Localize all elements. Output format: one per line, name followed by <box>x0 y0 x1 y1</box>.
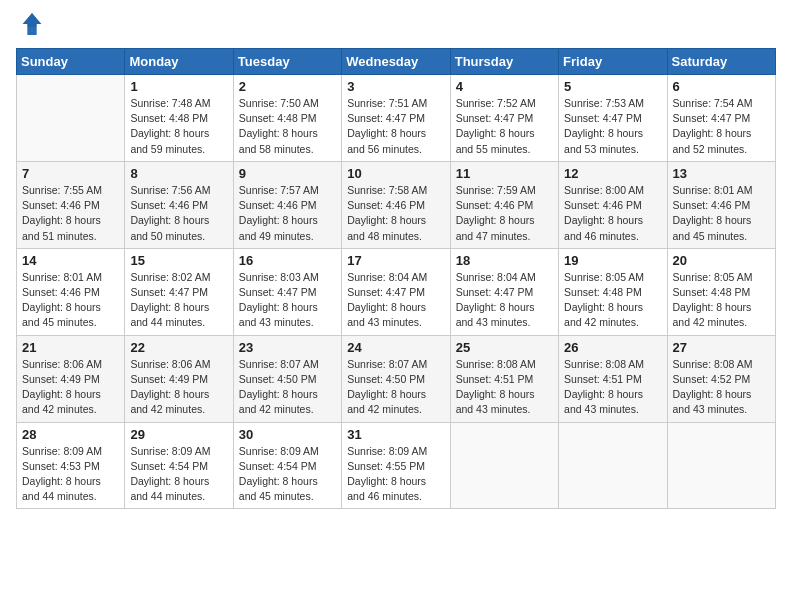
day-number: 21 <box>22 340 119 355</box>
day-info: Sunrise: 8:08 AMSunset: 4:51 PMDaylight:… <box>456 357 553 418</box>
day-cell: 7Sunrise: 7:55 AMSunset: 4:46 PMDaylight… <box>17 161 125 248</box>
day-cell: 18Sunrise: 8:04 AMSunset: 4:47 PMDayligh… <box>450 248 558 335</box>
day-cell: 6Sunrise: 7:54 AMSunset: 4:47 PMDaylight… <box>667 75 775 162</box>
day-cell: 24Sunrise: 8:07 AMSunset: 4:50 PMDayligh… <box>342 335 450 422</box>
week-row-5: 28Sunrise: 8:09 AMSunset: 4:53 PMDayligh… <box>17 422 776 509</box>
day-number: 9 <box>239 166 336 181</box>
day-cell: 17Sunrise: 8:04 AMSunset: 4:47 PMDayligh… <box>342 248 450 335</box>
weekday-header-tuesday: Tuesday <box>233 49 341 75</box>
week-row-2: 7Sunrise: 7:55 AMSunset: 4:46 PMDaylight… <box>17 161 776 248</box>
day-cell: 9Sunrise: 7:57 AMSunset: 4:46 PMDaylight… <box>233 161 341 248</box>
day-info: Sunrise: 8:03 AMSunset: 4:47 PMDaylight:… <box>239 270 336 331</box>
day-info: Sunrise: 7:50 AMSunset: 4:48 PMDaylight:… <box>239 96 336 157</box>
day-cell: 8Sunrise: 7:56 AMSunset: 4:46 PMDaylight… <box>125 161 233 248</box>
day-number: 2 <box>239 79 336 94</box>
day-number: 7 <box>22 166 119 181</box>
day-number: 12 <box>564 166 661 181</box>
header <box>16 10 776 42</box>
day-info: Sunrise: 7:58 AMSunset: 4:46 PMDaylight:… <box>347 183 444 244</box>
day-info: Sunrise: 8:04 AMSunset: 4:47 PMDaylight:… <box>456 270 553 331</box>
svg-marker-1 <box>23 13 42 27</box>
day-number: 15 <box>130 253 227 268</box>
day-info: Sunrise: 8:05 AMSunset: 4:48 PMDaylight:… <box>673 270 770 331</box>
day-cell <box>667 422 775 509</box>
day-number: 14 <box>22 253 119 268</box>
day-cell <box>450 422 558 509</box>
day-number: 23 <box>239 340 336 355</box>
day-info: Sunrise: 8:02 AMSunset: 4:47 PMDaylight:… <box>130 270 227 331</box>
day-cell: 23Sunrise: 8:07 AMSunset: 4:50 PMDayligh… <box>233 335 341 422</box>
day-number: 4 <box>456 79 553 94</box>
day-number: 29 <box>130 427 227 442</box>
day-number: 10 <box>347 166 444 181</box>
day-cell: 30Sunrise: 8:09 AMSunset: 4:54 PMDayligh… <box>233 422 341 509</box>
day-info: Sunrise: 7:56 AMSunset: 4:46 PMDaylight:… <box>130 183 227 244</box>
day-number: 19 <box>564 253 661 268</box>
page: SundayMondayTuesdayWednesdayThursdayFrid… <box>0 0 792 612</box>
day-info: Sunrise: 7:59 AMSunset: 4:46 PMDaylight:… <box>456 183 553 244</box>
calendar-table: SundayMondayTuesdayWednesdayThursdayFrid… <box>16 48 776 509</box>
day-number: 16 <box>239 253 336 268</box>
day-info: Sunrise: 8:06 AMSunset: 4:49 PMDaylight:… <box>22 357 119 418</box>
day-info: Sunrise: 8:07 AMSunset: 4:50 PMDaylight:… <box>239 357 336 418</box>
generalblue-logo-icon <box>18 10 46 38</box>
day-cell: 5Sunrise: 7:53 AMSunset: 4:47 PMDaylight… <box>559 75 667 162</box>
day-info: Sunrise: 8:09 AMSunset: 4:54 PMDaylight:… <box>130 444 227 505</box>
day-number: 13 <box>673 166 770 181</box>
day-info: Sunrise: 8:07 AMSunset: 4:50 PMDaylight:… <box>347 357 444 418</box>
day-cell: 25Sunrise: 8:08 AMSunset: 4:51 PMDayligh… <box>450 335 558 422</box>
day-info: Sunrise: 8:04 AMSunset: 4:47 PMDaylight:… <box>347 270 444 331</box>
day-info: Sunrise: 7:54 AMSunset: 4:47 PMDaylight:… <box>673 96 770 157</box>
day-number: 30 <box>239 427 336 442</box>
day-number: 25 <box>456 340 553 355</box>
weekday-header-saturday: Saturday <box>667 49 775 75</box>
day-cell: 13Sunrise: 8:01 AMSunset: 4:46 PMDayligh… <box>667 161 775 248</box>
day-number: 5 <box>564 79 661 94</box>
day-cell: 2Sunrise: 7:50 AMSunset: 4:48 PMDaylight… <box>233 75 341 162</box>
day-cell: 27Sunrise: 8:08 AMSunset: 4:52 PMDayligh… <box>667 335 775 422</box>
day-number: 22 <box>130 340 227 355</box>
day-number: 11 <box>456 166 553 181</box>
weekday-header-monday: Monday <box>125 49 233 75</box>
day-info: Sunrise: 8:00 AMSunset: 4:46 PMDaylight:… <box>564 183 661 244</box>
day-cell: 21Sunrise: 8:06 AMSunset: 4:49 PMDayligh… <box>17 335 125 422</box>
day-number: 6 <box>673 79 770 94</box>
day-cell: 3Sunrise: 7:51 AMSunset: 4:47 PMDaylight… <box>342 75 450 162</box>
week-row-1: 1Sunrise: 7:48 AMSunset: 4:48 PMDaylight… <box>17 75 776 162</box>
day-number: 26 <box>564 340 661 355</box>
day-info: Sunrise: 8:09 AMSunset: 4:54 PMDaylight:… <box>239 444 336 505</box>
day-info: Sunrise: 8:08 AMSunset: 4:51 PMDaylight:… <box>564 357 661 418</box>
week-row-4: 21Sunrise: 8:06 AMSunset: 4:49 PMDayligh… <box>17 335 776 422</box>
day-number: 17 <box>347 253 444 268</box>
day-cell: 10Sunrise: 7:58 AMSunset: 4:46 PMDayligh… <box>342 161 450 248</box>
day-info: Sunrise: 8:09 AMSunset: 4:55 PMDaylight:… <box>347 444 444 505</box>
day-number: 20 <box>673 253 770 268</box>
day-number: 3 <box>347 79 444 94</box>
weekday-header-wednesday: Wednesday <box>342 49 450 75</box>
logo <box>16 10 46 42</box>
weekday-header-sunday: Sunday <box>17 49 125 75</box>
weekday-header-friday: Friday <box>559 49 667 75</box>
day-cell: 19Sunrise: 8:05 AMSunset: 4:48 PMDayligh… <box>559 248 667 335</box>
day-number: 27 <box>673 340 770 355</box>
day-cell: 20Sunrise: 8:05 AMSunset: 4:48 PMDayligh… <box>667 248 775 335</box>
day-info: Sunrise: 7:55 AMSunset: 4:46 PMDaylight:… <box>22 183 119 244</box>
day-cell: 22Sunrise: 8:06 AMSunset: 4:49 PMDayligh… <box>125 335 233 422</box>
day-number: 1 <box>130 79 227 94</box>
day-info: Sunrise: 7:51 AMSunset: 4:47 PMDaylight:… <box>347 96 444 157</box>
week-row-3: 14Sunrise: 8:01 AMSunset: 4:46 PMDayligh… <box>17 248 776 335</box>
day-info: Sunrise: 8:01 AMSunset: 4:46 PMDaylight:… <box>22 270 119 331</box>
day-cell: 26Sunrise: 8:08 AMSunset: 4:51 PMDayligh… <box>559 335 667 422</box>
day-cell <box>559 422 667 509</box>
day-info: Sunrise: 7:48 AMSunset: 4:48 PMDaylight:… <box>130 96 227 157</box>
day-number: 31 <box>347 427 444 442</box>
day-cell: 16Sunrise: 8:03 AMSunset: 4:47 PMDayligh… <box>233 248 341 335</box>
day-cell: 1Sunrise: 7:48 AMSunset: 4:48 PMDaylight… <box>125 75 233 162</box>
day-info: Sunrise: 8:01 AMSunset: 4:46 PMDaylight:… <box>673 183 770 244</box>
day-number: 8 <box>130 166 227 181</box>
day-info: Sunrise: 8:06 AMSunset: 4:49 PMDaylight:… <box>130 357 227 418</box>
weekday-header-row: SundayMondayTuesdayWednesdayThursdayFrid… <box>17 49 776 75</box>
day-cell: 4Sunrise: 7:52 AMSunset: 4:47 PMDaylight… <box>450 75 558 162</box>
day-number: 24 <box>347 340 444 355</box>
day-cell: 31Sunrise: 8:09 AMSunset: 4:55 PMDayligh… <box>342 422 450 509</box>
